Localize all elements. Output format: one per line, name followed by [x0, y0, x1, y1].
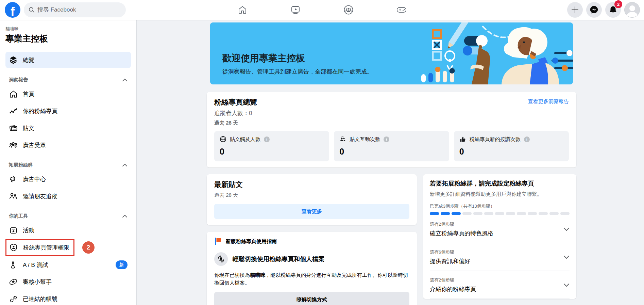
stat-label: 貼文互動次數: [350, 136, 380, 143]
people-icon: [339, 136, 346, 143]
topbar: f 2: [0, 0, 644, 20]
overview-title: 粉絲專頁總覽: [214, 97, 257, 107]
chevron-up-icon[interactable]: [122, 78, 128, 82]
create-button[interactable]: [567, 2, 583, 18]
see-more-insights-link[interactable]: 查看更多洞察報告: [528, 98, 569, 105]
learn-switch-button[interactable]: 瞭解切換方式: [214, 292, 409, 305]
sidebar-item-label: 活動: [23, 226, 34, 234]
step-remaining: 還有2個步驟: [430, 221, 493, 227]
main-content: 歡迎使用專業主控板 從洞察報告、管理工具到建立廣告，全部都在同一處完成。 粉絲專…: [137, 20, 644, 305]
sidebar-title: 專業主控板: [5, 33, 131, 44]
shield-person-icon: [9, 243, 18, 252]
sidebar-item-label: A / B 測試: [23, 261, 48, 269]
step-title: 確立粉絲專頁的特色風格: [430, 229, 493, 237]
search-bar[interactable]: [24, 2, 126, 17]
sidebar-item-audience[interactable]: 廣告受眾: [5, 137, 131, 153]
info-icon[interactable]: i: [524, 137, 530, 142]
sidebar-item-label: 首頁: [23, 90, 34, 98]
watch-tab-icon[interactable]: [290, 5, 301, 15]
sidebar-section-grow[interactable]: 拓展粉絲群: [9, 162, 128, 168]
page-setup-card: 若要拓展粉絲群，請完成設定粉絲專頁 新增更多詳細資料能幫助更多用戶與你建立聯繫。…: [423, 174, 576, 299]
see-more-button[interactable]: 查看更多: [214, 204, 409, 219]
flag-icon: [214, 237, 222, 245]
banner-subtitle: 從洞察報告、管理工具到建立廣告，全部都在同一處完成。: [222, 68, 373, 76]
latest-posts-card: 最新貼文 過去 28 天 查看更多: [207, 174, 417, 225]
chevron-up-icon[interactable]: [122, 163, 128, 167]
sidebar: 貓喵咪 專業主控板 總覽 洞察報告 首頁 你的粉絲專頁 貼文 廣告受眾 拓展粉絲…: [0, 20, 137, 305]
profile-avatar[interactable]: [624, 2, 640, 18]
page-overview-card: 粉絲專頁總覽 查看更多洞察報告 追蹤者人數：0 過去 28 天 貼文觸及人數 i…: [207, 92, 576, 167]
stat-value: 0: [220, 147, 324, 157]
stat-value: 0: [339, 147, 443, 157]
gaming-tab-icon[interactable]: [396, 5, 407, 15]
section-label: 你的工具: [9, 213, 28, 219]
sidebar-item-posts[interactable]: 貼文: [5, 120, 131, 136]
progress-segment: [517, 212, 526, 215]
sidebar-item-overview[interactable]: 總覽: [5, 52, 131, 68]
sidebar-item-ab-test[interactable]: A / B 測試 新: [5, 257, 131, 273]
search-input[interactable]: [37, 6, 116, 13]
chevron-down-icon[interactable]: [563, 283, 570, 287]
stat-label: 貼文觸及人數: [230, 136, 260, 143]
progress-segment: [549, 212, 559, 215]
step-remaining: 還有6個步驟: [430, 249, 470, 255]
link-icon: [9, 294, 18, 303]
megaphone-icon: [9, 175, 18, 183]
sidebar-item-your-page[interactable]: 你的粉絲專頁: [5, 103, 131, 119]
moderation-assist-icon: [9, 277, 18, 286]
sidebar-item-label: 已連結的帳號: [23, 295, 57, 303]
switch-profile-icon: [214, 252, 228, 266]
sidebar-item-label: 廣告中心: [23, 175, 46, 183]
chevron-down-icon[interactable]: [563, 255, 570, 259]
sidebar-item-label: 廣告受眾: [23, 141, 46, 149]
invite-friends-icon: [9, 192, 18, 200]
info-icon[interactable]: i: [264, 137, 270, 142]
posts-icon: [9, 124, 18, 132]
setup-step-intro[interactable]: 還有2個步驟 介紹你的粉絲專頁: [430, 271, 570, 299]
sidebar-item-linked-accounts[interactable]: 已連結的帳號: [5, 291, 131, 305]
stat-card-reach: 貼文觸及人數 i 0: [214, 131, 329, 161]
notifications-button[interactable]: 2: [605, 2, 621, 18]
setup-step-info[interactable]: 還有6個步驟 提供資訊和偏好: [430, 243, 570, 271]
chevron-down-icon[interactable]: [563, 227, 570, 231]
sidebar-item-moderation-assist[interactable]: 審核小幫手: [5, 274, 131, 290]
stat-value: 0: [459, 147, 563, 157]
progress-segment: [506, 212, 515, 215]
sidebar-item-events[interactable]: 活動: [5, 222, 131, 238]
sidebar-item-invite-friends[interactable]: 邀請朋友追蹤: [5, 188, 131, 204]
sidebar-page-name: 貓喵咪: [5, 26, 131, 32]
guide-subheader: 輕鬆切換使用粉絲專頁和個人檔案: [233, 255, 324, 263]
overview-period: 過去 28 天: [214, 120, 569, 126]
progress-label: 已完成3個步驟（共有13個步驟）: [430, 203, 570, 209]
sidebar-item-page-access-wrap: 粉絲專頁管理權限 2: [5, 239, 131, 256]
groups-tab-icon[interactable]: [343, 5, 354, 15]
banner-title: 歡迎使用專業主控板: [222, 52, 373, 64]
event-icon: [9, 226, 18, 235]
progress-segment: [560, 212, 570, 215]
sidebar-item-home[interactable]: 首頁: [5, 86, 131, 102]
sidebar-section-insights[interactable]: 洞察報告: [9, 77, 128, 83]
setup-step-style[interactable]: 還有2個步驟 確立粉絲專頁的特色風格: [430, 215, 570, 243]
facebook-logo[interactable]: f: [5, 2, 20, 18]
progress-segment: [495, 212, 504, 215]
setup-title: 若要拓展粉絲群，請完成設定粉絲專頁: [430, 180, 570, 188]
search-icon: [29, 7, 35, 13]
thumbs-up-icon: [459, 136, 466, 143]
chart-line-icon: [9, 107, 18, 115]
sidebar-item-page-access[interactable]: 粉絲專頁管理權限: [5, 239, 74, 256]
progress-segment: [462, 212, 472, 215]
sidebar-item-label: 邀請朋友追蹤: [23, 192, 57, 200]
progress-segment: [441, 212, 450, 215]
sidebar-item-ads-center[interactable]: 廣告中心: [5, 171, 131, 187]
progress-bar: [430, 212, 570, 215]
info-icon[interactable]: i: [384, 137, 389, 142]
notification-badge: 2: [614, 0, 622, 8]
followers-count: 追蹤者人數：0: [214, 109, 569, 117]
home-tab-icon[interactable]: [237, 5, 248, 15]
sidebar-section-tools[interactable]: 你的工具: [9, 213, 128, 219]
step-title: 提供資訊和偏好: [430, 257, 470, 265]
stat-card-likes: 粉絲專頁新的按讚次數 i 0: [454, 131, 569, 161]
welcome-banner: 歡迎使用專業主控板 從洞察報告、管理工具到建立廣告，全部都在同一處完成。: [210, 22, 573, 84]
messenger-button[interactable]: [586, 2, 602, 18]
chevron-up-icon[interactable]: [122, 214, 128, 218]
